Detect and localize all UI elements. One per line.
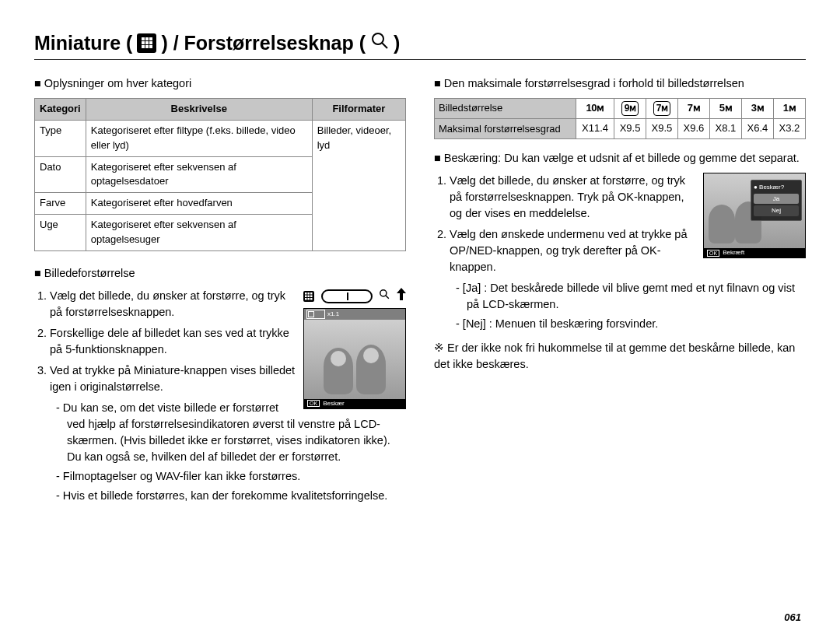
zoom-illustration: x1.1 OK Beskær xyxy=(303,288,406,409)
svg-rect-3 xyxy=(142,41,145,44)
table-row: Maksimal forstørrelsesgrad X11.4 X9.5 X9… xyxy=(435,119,806,139)
svg-rect-5 xyxy=(149,41,152,44)
magnify-small-icon xyxy=(379,288,390,304)
svg-rect-13 xyxy=(310,292,313,295)
svg-line-21 xyxy=(386,296,389,299)
note-item: - Filmoptagelser og WAV-filer kan ikke f… xyxy=(56,468,406,485)
svg-rect-7 xyxy=(145,45,149,48)
svg-rect-1 xyxy=(145,37,149,40)
zoom-row2-label: Maksimal forstørrelsesgrad xyxy=(435,119,576,139)
crop-lcd-photo: ● Beskær? Ja Nej xyxy=(704,173,805,248)
up-arrow-icon xyxy=(397,288,406,305)
dialog-opt-no: Nej xyxy=(754,205,799,216)
title-text-2: ) / Forstørrelsesknap ( xyxy=(161,32,366,54)
cat-th-2: Filformater xyxy=(312,99,405,121)
lcd-nav-icon xyxy=(306,310,325,319)
zoom-switch-icon xyxy=(321,289,373,303)
note-item: - [Ja] : Det beskårede billede vil blive… xyxy=(456,280,806,313)
crop-lcd-ok: OK xyxy=(707,250,719,257)
title-text-3: ) xyxy=(394,32,400,54)
svg-rect-6 xyxy=(142,45,145,48)
category-table: Kategori Beskrivelse Filformater Type Ka… xyxy=(34,98,406,251)
lcd-bottom-label: Beskær xyxy=(323,399,345,408)
note-item: - [Nej] : Menuen til beskæring forsvinde… xyxy=(456,316,806,332)
svg-rect-4 xyxy=(145,41,149,44)
note-item: - Hvis et billede forstørres, kan der fo… xyxy=(56,488,406,504)
lcd-ok-tag: OK xyxy=(307,400,320,407)
dialog-opt-yes: Ja xyxy=(754,194,799,205)
svg-rect-12 xyxy=(308,292,310,295)
svg-rect-15 xyxy=(308,295,310,297)
crop-lcd-bottom-label: Bekræft xyxy=(723,248,744,257)
title-divider xyxy=(34,59,806,60)
svg-rect-11 xyxy=(305,292,307,295)
svg-rect-0 xyxy=(142,37,145,40)
svg-rect-8 xyxy=(149,45,152,48)
crop-intro: Beskæring: Du kan vælge et udsnit af et … xyxy=(434,150,806,166)
table-row: Billedstørrelse 10ᴍ 9ᴍ 7ᴍ 7ᴍ 5ᴍ 3ᴍ 1ᴍ xyxy=(435,99,806,119)
memory-note: Er der ikke nok fri hukommelse til at ge… xyxy=(434,340,806,373)
magnify-icon xyxy=(370,31,389,54)
crop-illustration: ● Beskær? Ja Nej OK Bekræft xyxy=(703,173,806,258)
thumbnail-icon xyxy=(137,33,156,53)
lcd-zoom-label: x1.1 xyxy=(327,310,339,319)
zoom-row1-label: Billedstørrelse xyxy=(435,99,576,119)
cat-th-0: Kategori xyxy=(35,99,86,121)
svg-marker-22 xyxy=(397,288,406,300)
lcd-photo xyxy=(304,320,405,399)
svg-rect-19 xyxy=(310,298,313,300)
cat-th-1: Beskrivelse xyxy=(86,99,312,121)
svg-point-9 xyxy=(373,33,383,44)
page-title: Miniature ( ) / Forstørrelsesknap ( ) xyxy=(34,31,806,54)
svg-point-20 xyxy=(380,290,387,296)
svg-rect-18 xyxy=(308,298,310,300)
thumbnail-small-icon xyxy=(303,291,314,302)
table-row: Type Kategoriseret efter filtype (f.eks.… xyxy=(35,120,406,156)
svg-rect-17 xyxy=(305,298,307,300)
right-section1-heading: Den maksimale forstørrelsesgrad i forhol… xyxy=(434,75,806,92)
left-section1-heading: Oplysninger om hver kategori xyxy=(34,75,406,92)
svg-rect-16 xyxy=(310,295,313,297)
page-number: 061 xyxy=(784,611,801,623)
crop-dialog: ● Beskær? Ja Nej xyxy=(751,180,802,221)
lcd-preview: x1.1 OK Beskær xyxy=(303,308,406,409)
enlarge-notes: - Du kan se, om det viste billede er for… xyxy=(56,400,406,504)
svg-line-10 xyxy=(382,43,387,48)
title-text-1: Miniature ( xyxy=(34,32,132,54)
note-item: - Du kan se, om det viste billede er for… xyxy=(56,400,406,465)
left-section2-heading: Billedeforstørrelse xyxy=(34,265,406,282)
svg-rect-14 xyxy=(305,295,307,297)
crop-options: - [Ja] : Det beskårede billede vil blive… xyxy=(456,280,806,332)
svg-rect-2 xyxy=(149,37,152,40)
zoom-table: Billedstørrelse 10ᴍ 9ᴍ 7ᴍ 7ᴍ 5ᴍ 3ᴍ 1ᴍ Ma… xyxy=(434,98,806,139)
